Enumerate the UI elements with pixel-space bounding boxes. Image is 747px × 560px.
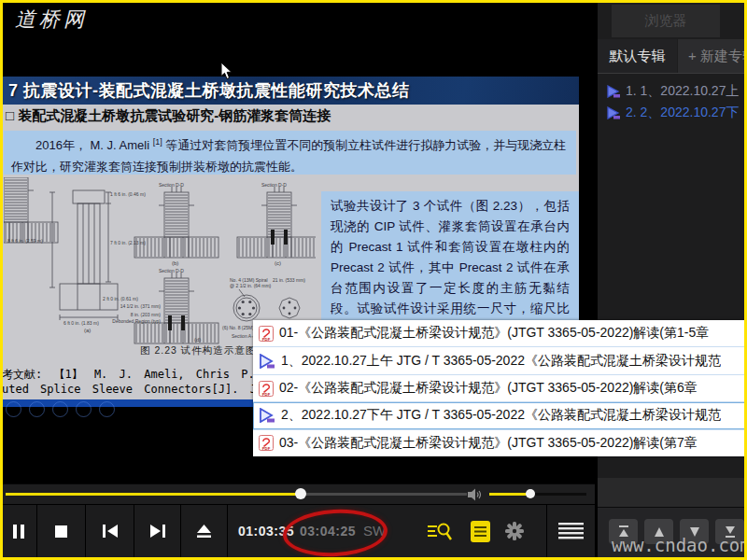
menu-icon [558, 523, 584, 539]
menu-button[interactable] [547, 505, 595, 557]
sidebar-lower-strip [598, 478, 747, 507]
svg-text:PDF: PDF [262, 391, 271, 396]
playlist-item-label: 2. 2、2022.10.27下 [626, 105, 739, 121]
playlist-item-label: 1. 1、2022.10.27上 [626, 83, 739, 100]
popup-item-3[interactable]: PDF 02-《公路装配式混凝土桥梁设计规范》(JTGT 3365-05-202… [253, 375, 747, 402]
volume-icon[interactable] [467, 487, 482, 502]
seek-bar-played [6, 493, 301, 496]
figure-dimension: 8 ft 6 in. (2.59 m) [7, 238, 43, 244]
search-icon [427, 522, 452, 541]
figure-dimension: 1 ft 6 in. (0.46 m) [110, 191, 146, 197]
video-file-icon [259, 408, 275, 423]
intro-citation: [1] [153, 137, 162, 147]
settings-icon [504, 521, 525, 541]
eject-icon [197, 525, 211, 538]
figure-dimension: (6) No. 8 (25M) [222, 325, 254, 330]
next-button[interactable] [134, 505, 180, 557]
video-overlay-controls [6, 401, 115, 417]
playlist-popup: PDF 01-《公路装配式混凝土桥梁设计规范》(JTGT 3365-05-202… [253, 320, 747, 456]
previous-button[interactable] [86, 505, 134, 557]
elapsed-time: 01:03:35 [238, 524, 294, 539]
figure-label: (c) [275, 260, 281, 266]
move-down-button[interactable] [680, 519, 709, 544]
seek-thumb[interactable] [295, 488, 306, 499]
playlist-button[interactable] [463, 505, 497, 557]
popup-item-label: 03-《公路装配式混凝土桥梁设计规范》(JTGT 3365-05-2022)解读… [279, 435, 698, 452]
figure-label: (d) [194, 337, 201, 343]
popup-item-5[interactable]: PDF 03-《公路装配式混凝土桥梁设计规范》(JTGT 3365-05-202… [253, 430, 747, 456]
sidebar-toolbar: 浏 [598, 507, 747, 560]
tab-new-album[interactable]: + 新建专辑 [678, 39, 747, 73]
volume-bar[interactable] [489, 493, 586, 496]
popup-item-label: 01-《公路装配式混凝土桥梁设计规范》(JTGT 3365-05-2022)解读… [279, 325, 709, 342]
playlist-item-1[interactable]: 1. 1、2022.10.27上 [598, 80, 747, 102]
figure-label: (b) [172, 260, 178, 266]
previous-icon [102, 525, 119, 538]
slide-section-heading: □ 装配式混凝土桥墩抗震试验研究-钢筋灌浆套筒连接 [6, 107, 331, 125]
slide-intro-paragraph: 2016年， M. J. Ameli [1] 等通过对套筒预埋位置不同的预制立柱… [4, 131, 576, 175]
site-logo: 道桥网 [15, 6, 88, 34]
pause-button[interactable] [0, 505, 36, 557]
popup-item-1[interactable]: PDF 01-《公路装配式混凝土桥梁设计规范》(JTGT 3365-05-202… [253, 320, 747, 347]
next-icon [149, 525, 166, 538]
svg-text:PDF: PDF [262, 336, 271, 341]
popup-item-2[interactable]: 1、2022.10.27上午 JTG / T 3365-05-2022《公路装配… [253, 347, 747, 374]
stop-button[interactable] [37, 505, 85, 557]
pdf-icon: PDF [259, 381, 274, 397]
figure-dimension: 7 ft 0 in. (2.13 m) [110, 240, 146, 245]
figure-dimension: 8 in. (203 mm) [131, 312, 162, 317]
text-box-paragraph: 试验共设计了 3 个试件（图 2.23），包括现浇的 CIP 试件、灌浆套筒设置… [331, 196, 570, 324]
duration-time[interactable]: 03:04:25 [300, 524, 356, 539]
figure-dimension: 6 ft 0 in. (1.83 m) [63, 320, 99, 326]
figure-label: Section D-D [159, 182, 184, 188]
up-icon [653, 526, 666, 538]
volume-thumb[interactable] [526, 489, 535, 498]
slide-title: 7 抗震设计-装配式混凝土桥墩抗震性能研究技术总结 [0, 77, 579, 105]
search-button[interactable] [420, 505, 458, 557]
figure-dimension: 21 in. (533 mm) [273, 277, 305, 283]
video-file-icon [606, 85, 621, 98]
svg-text:PDF: PDF [262, 446, 271, 451]
tab-default-album[interactable]: 默认专辑 [598, 39, 677, 73]
figure-dimension: 2 ft 0 in. (0.61 m) [103, 296, 138, 301]
seek-bar[interactable] [6, 493, 467, 496]
popup-item-label: 2、2022.10.27下午 JTG / T 3365-05-2022《公路装配… [281, 407, 721, 424]
figure-label: Section D-D [261, 182, 287, 188]
scroll-top-button[interactable] [609, 519, 638, 544]
popup-item-4-selected[interactable]: 2、2022.10.27下午 JTG / T 3365-05-2022《公路装配… [253, 402, 747, 429]
down-icon [688, 526, 701, 538]
player-controls: 01:03:35 03:04:25 SW [0, 504, 595, 557]
slide-text-box: 试验共设计了 3 个试件（图 2.23），包括现浇的 CIP 试件、灌浆套筒设置… [321, 191, 579, 324]
browser-button[interactable]: 浏览器 [612, 5, 720, 37]
figure-label: Section D-D [159, 268, 184, 273]
playlist-icon [471, 521, 490, 542]
seek-row [0, 483, 595, 504]
figure-caption: 图 2.23 试件构造示意图 [140, 344, 256, 357]
sidebar: 浏览器 默认专辑 + 新建专辑 1. 1、2022.10.27上 2. 2、20… [595, 0, 747, 560]
settings-button[interactable] [498, 505, 531, 557]
codec-label: SW [363, 523, 386, 539]
video-file-icon [259, 354, 275, 369]
move-up-button[interactable] [644, 519, 673, 544]
volume-bar-level [489, 493, 530, 496]
video-file-icon [606, 106, 621, 119]
eject-button[interactable] [181, 505, 227, 557]
pause-icon [12, 525, 25, 539]
figure-dimension: Debonded Region (typ) [112, 318, 161, 324]
figure-dimension: @ 2 1/2 in. (64 mm) [230, 283, 272, 288]
intro-text: 2016年， M. J. Ameli [11, 138, 153, 152]
figure-dimension: 14 1/2 in. (371 mm) [120, 303, 162, 309]
album-tabs: 默认专辑 + 新建专辑 [598, 39, 747, 74]
scroll-bottom-icon [724, 525, 737, 538]
scroll-top-icon [617, 525, 630, 538]
popup-item-label: 02-《公路装配式混凝土桥梁设计规范》(JTGT 3365-05-2022)解读… [279, 380, 698, 397]
pdf-icon: PDF [259, 435, 274, 451]
figure-label: (a) [84, 328, 91, 333]
pdf-icon: PDF [259, 326, 274, 342]
scroll-bottom-button[interactable] [715, 519, 744, 544]
playlist-item-2[interactable]: 2. 2、2022.10.27下 [598, 102, 747, 123]
app-window: 道桥网 7 抗震设计-装配式混凝土桥墩抗震性能研究技术总结 □ 装配式混凝土桥墩… [0, 0, 747, 560]
stop-icon [55, 525, 67, 538]
popup-item-label: 1、2022.10.27上午 JTG / T 3365-05-2022《公路装配… [281, 353, 721, 370]
